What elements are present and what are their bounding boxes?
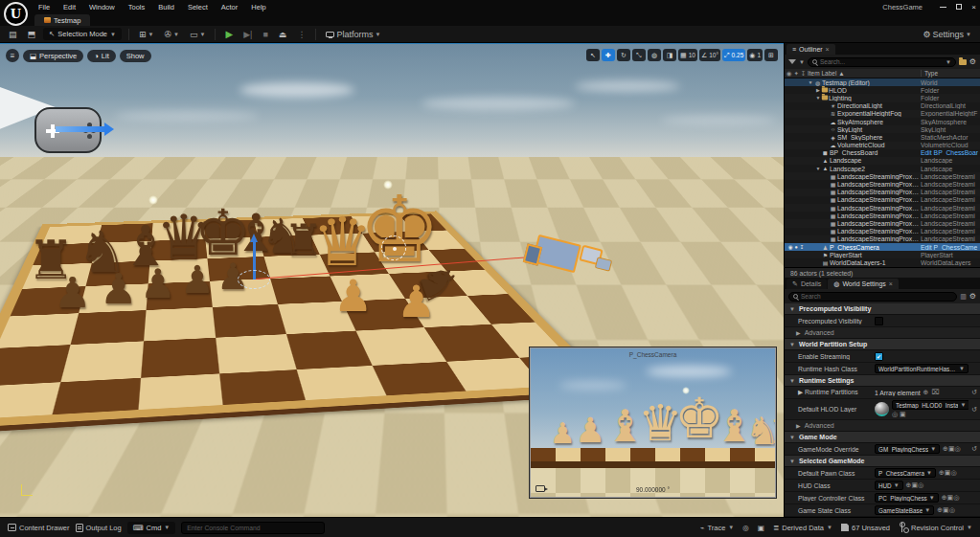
editor-mode-dropdown[interactable]: ↖ Selection Mode ▼ (43, 28, 122, 40)
close-icon[interactable]: × (826, 46, 830, 53)
pin-icon[interactable]: ↧ (800, 244, 805, 250)
close-button[interactable]: × (971, 3, 976, 11)
asset-dropdown[interactable]: Testmap_HLOD0_Insta▼ (892, 400, 969, 410)
chess-piece[interactable]: ♟ (575, 414, 605, 448)
outliner-row[interactable]: ☁SkyAtmosphereSkyAtmosphere (785, 118, 980, 125)
chess-piece[interactable]: ♟ (100, 268, 137, 310)
outliner-row[interactable]: ▦LandscapeStreamingProxy_2_1_0LandscapeS… (785, 228, 980, 235)
chess-piece[interactable]: ♟ (140, 264, 176, 304)
translate-tool[interactable]: ✚ (602, 49, 615, 61)
unreal-logo-icon[interactable]: U (4, 2, 28, 26)
browse-icon[interactable]: ▣ (948, 445, 955, 452)
scale-snap-toggle[interactable]: ⤢0.25 (722, 49, 745, 61)
checkbox-unchecked[interactable] (875, 317, 883, 325)
select-tool[interactable]: ↖ (586, 49, 600, 61)
level-tab-testmap[interactable]: Testmap (34, 14, 90, 26)
menu-help[interactable]: Help (251, 3, 265, 11)
outliner-row[interactable]: ▦LandscapeStreamingProxy_1_1_0LandscapeS… (785, 204, 980, 212)
outliner-row[interactable]: ▶HLODFolder (785, 86, 980, 94)
item-label-column-header[interactable]: Item Label ▲ (808, 70, 921, 77)
settings-dropdown[interactable]: ⚙ Settings ▼ (920, 30, 974, 39)
chess-camera-actor[interactable] (525, 230, 621, 297)
details-search-input[interactable] (801, 293, 952, 300)
outliner-row[interactable]: ◈SM_SkySphereStaticMeshActor (785, 133, 980, 141)
blueprints-button[interactable]: ✇▼ (161, 30, 182, 39)
section-header[interactable]: ▼Selected GameMode (785, 456, 980, 467)
outliner-row[interactable]: ▦LandscapeStreamingProxy_0_1_0LandscapeS… (785, 180, 980, 188)
pin-column-icon[interactable]: ↧ (801, 70, 806, 78)
outliner-row[interactable]: ▼LightingFolder (785, 94, 980, 101)
gear-icon[interactable]: ⚙ (969, 57, 976, 66)
platforms-dropdown[interactable]: Platforms ▼ (323, 30, 383, 39)
maximize-button[interactable] (956, 4, 962, 10)
add-element-icon[interactable]: ⊕ (923, 389, 929, 396)
value-dropdown[interactable]: HUD▼ (875, 481, 903, 490)
outliner-row[interactable]: ▦LandscapeStreamingProxy_2_2_0LandscapeS… (785, 235, 980, 243)
perspective-dropdown[interactable]: ⬓ Perspective (23, 50, 83, 62)
chess-piece[interactable]: ♚ (358, 184, 441, 276)
cinematics-button[interactable]: ▭▼ (187, 30, 208, 39)
filter-icon[interactable] (788, 59, 796, 64)
reset-to-default-icon[interactable]: ↺ (969, 406, 980, 414)
use-selected-icon[interactable]: ◎ (918, 481, 923, 488)
use-selected-icon[interactable]: ◎ (949, 506, 955, 513)
tab-world-settings[interactable]: ◍ World Settings × (828, 279, 899, 289)
maximize-viewport[interactable]: ⊞ (764, 49, 778, 61)
section-header[interactable]: ▼World Partition Setup (785, 339, 980, 350)
outliner-row[interactable]: ▦LandscapeStreamingProxy_2_0_0LandscapeS… (785, 219, 980, 227)
rotation-snap-toggle[interactable]: ∠10° (699, 49, 720, 61)
value-dropdown[interactable]: WorldPartitionRuntimeHashSet▼ (875, 364, 969, 373)
tab-outliner[interactable]: ≡ Outliner × (786, 44, 835, 55)
eject-button[interactable]: ⏏ (276, 30, 290, 39)
outliner-row[interactable]: ▦LandscapeStreamingProxy_0_0_0LandscapeS… (785, 172, 980, 180)
chess-piece[interactable]: ♟ (54, 272, 91, 314)
visibility-column-icon[interactable]: ◉ (786, 70, 792, 78)
viewport-options-menu[interactable]: ≡ (6, 49, 19, 62)
menu-window[interactable]: Window (89, 3, 115, 11)
save-icon[interactable]: ▤ (6, 30, 20, 39)
grid-snap-toggle[interactable]: ▦10 (678, 49, 697, 61)
value-dropdown[interactable]: GM_PlayingChess▼ (875, 444, 940, 454)
use-selected-icon[interactable]: ◎ (950, 469, 956, 476)
play-options-button[interactable]: ⋮ (294, 30, 308, 39)
scale-tool[interactable]: ⤡ (632, 49, 646, 61)
outliner-search-input[interactable] (820, 58, 943, 65)
tab-details[interactable]: ✎ Details (786, 279, 827, 289)
outliner-row[interactable]: ▦LandscapeStreamingProxy_0_2_0LandscapeS… (785, 189, 980, 196)
chess-piece[interactable]: ♜ (768, 415, 776, 448)
stop-button[interactable]: ■ (260, 30, 270, 39)
show-dropdown[interactable]: Show (120, 50, 151, 62)
menu-edit[interactable]: Edit (63, 3, 76, 11)
surface-snap-toggle[interactable]: ◨ (663, 49, 676, 61)
collapsed-category[interactable]: ▶Advanced (785, 420, 980, 432)
minimize-button[interactable] (940, 7, 946, 8)
console-command-input[interactable] (181, 522, 325, 534)
reset-to-default-icon[interactable]: ↺ (969, 389, 980, 396)
outliner-row[interactable]: ▤WorldDataLayers-1WorldDataLayers (785, 258, 980, 266)
cmd-dropdown[interactable]: ⌨ Cmd ▼ (127, 522, 176, 534)
add-actor-button[interactable]: ⊞▼ (136, 30, 157, 39)
rotate-tool[interactable]: ↻ (617, 49, 630, 61)
display-options-icon[interactable]: ▥ (960, 293, 967, 301)
outliner-row[interactable]: ≋ExponentialHeightFogExponentialHeightF (785, 110, 980, 118)
outliner-row[interactable]: ☼SkyLightSkyLight (785, 125, 980, 133)
value-dropdown[interactable]: GameStateBase▼ (875, 505, 934, 515)
outliner-row[interactable]: ▦LandscapeStreamingProxy_1_0_0LandscapeS… (785, 196, 980, 204)
output-log-button[interactable]: Output Log (76, 524, 122, 532)
outliner-row[interactable]: ◉●↧♟P_ChessCameraEdit P_ChessCame (785, 243, 980, 251)
menu-actor[interactable]: Actor (221, 3, 239, 11)
outliner-row[interactable]: ▼◍Testmap (Editor)World (785, 78, 980, 86)
outliner-search[interactable]: ▼ (808, 57, 956, 67)
skip-button[interactable]: ▶| (240, 30, 255, 39)
outliner-row[interactable]: ⚑PlayerStartPlayerStart (785, 251, 980, 258)
use-selected-icon[interactable]: ◎ (955, 445, 961, 452)
expander-icon[interactable]: ▶ (815, 87, 821, 93)
outliner-row[interactable]: ☀DirectionalLightDirectionalLight (785, 102, 980, 110)
value-dropdown[interactable]: P_ChessCamera▼ (875, 468, 936, 478)
collapsed-category[interactable]: ▶Advanced (785, 327, 980, 339)
view-mode-dropdown[interactable]: ◑ Lit (87, 50, 115, 62)
insights-icon[interactable]: ◎ (742, 524, 749, 532)
revision-control-dropdown[interactable]: Revision Control ▼ (899, 523, 972, 532)
value-dropdown[interactable]: PC_PlayingChess▼ (875, 493, 939, 503)
section-header[interactable]: ▼Game Mode (785, 432, 980, 443)
